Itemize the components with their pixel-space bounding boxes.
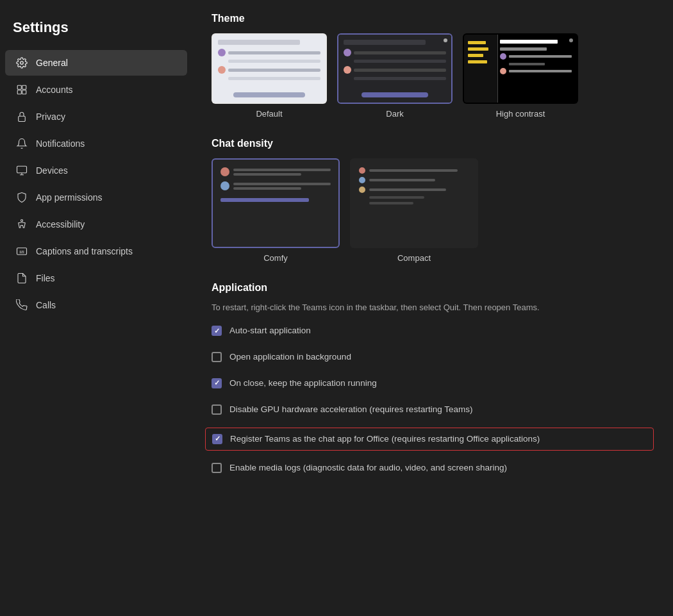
sidebar-label-app-permissions: App permissions [36, 192, 103, 203]
density-compact-preview [350, 158, 478, 248]
sidebar-label-calls: Calls [36, 300, 56, 310]
lock-icon [15, 110, 28, 123]
accessibility-icon [15, 218, 28, 231]
density-comfy-card[interactable]: Comfy [212, 158, 340, 263]
shield-icon [15, 191, 28, 204]
sidebar-item-devices[interactable]: Devices [5, 158, 187, 183]
theme-hc-preview [463, 33, 578, 104]
checkbox-keep-running[interactable] [212, 378, 222, 388]
theme-dark-preview [337, 33, 453, 104]
application-title: Application [212, 282, 654, 294]
checkbox-media-logs[interactable] [212, 463, 222, 473]
sidebar-item-accounts[interactable]: Accounts [5, 77, 187, 103]
sidebar-item-calls[interactable]: Calls [5, 292, 187, 318]
sidebar-item-accessibility[interactable]: Accessibility [5, 212, 187, 237]
svg-rect-2 [17, 90, 21, 94]
theme-dark-card[interactable]: Dark [337, 33, 453, 119]
density-compact-card[interactable]: Compact [350, 158, 478, 263]
theme-default-preview [212, 33, 327, 104]
accounts-icon [15, 83, 28, 96]
theme-dark-label: Dark [386, 109, 403, 119]
sidebar-item-app-permissions[interactable]: App permissions [5, 185, 187, 210]
theme-default-label: Default [256, 109, 282, 119]
sidebar-item-files[interactable]: Files [5, 265, 187, 291]
checkbox-label-keep-running: On close, keep the application running [229, 378, 377, 390]
sidebar-label-accessibility: Accessibility [36, 219, 85, 229]
devices-icon [15, 164, 28, 177]
checkbox-row-register-teams: Register Teams as the chat app for Offic… [205, 428, 654, 451]
application-section: Application To restart, right-click the … [212, 282, 654, 477]
checkbox-open-background[interactable] [212, 352, 222, 362]
svg-rect-5 [17, 166, 27, 173]
sidebar-label-general: General [36, 58, 68, 68]
chat-density-title: Chat density [212, 138, 654, 149]
phone-icon [15, 299, 28, 312]
theme-title: Theme [212, 13, 654, 24]
checkbox-row-media-logs: Enable media logs (diagnostic data for a… [212, 460, 654, 477]
sidebar-label-devices: Devices [36, 165, 68, 176]
main-content: Theme [192, 0, 673, 616]
sidebar-label-files: Files [36, 273, 55, 283]
sidebar-item-general[interactable]: General [5, 50, 187, 76]
checkbox-row-auto-start: Auto-start application [212, 322, 654, 340]
sidebar-label-accounts: Accounts [36, 85, 73, 95]
density-comfy-preview [212, 158, 340, 248]
sidebar-item-privacy[interactable]: Privacy [5, 104, 187, 129]
checkbox-auto-start[interactable] [212, 326, 222, 336]
chat-density-section: Chat density [212, 138, 654, 263]
checkbox-label-media-logs: Enable media logs (diagnostic data for a… [229, 462, 507, 474]
sidebar-item-notifications[interactable]: Notifications [5, 131, 187, 156]
cc-icon [15, 245, 28, 258]
svg-rect-1 [22, 85, 26, 89]
checkbox-row-keep-running: On close, keep the application running [212, 375, 654, 392]
sidebar: Settings General Accounts Privacy [0, 0, 192, 616]
density-comfy-label: Comfy [263, 253, 288, 263]
theme-grid: Default [212, 33, 654, 119]
checkbox-row-disable-gpu: Disable GPU hardware acceleration (requi… [212, 401, 654, 419]
svg-rect-3 [22, 90, 26, 94]
checkbox-label-auto-start: Auto-start application [229, 325, 311, 337]
svg-point-6 [21, 220, 23, 222]
settings-title: Settings [0, 13, 192, 49]
density-grid: Comfy [212, 158, 654, 263]
checkbox-disable-gpu[interactable] [212, 404, 222, 415]
file-icon [15, 272, 28, 285]
gear-icon [15, 56, 28, 69]
sidebar-label-privacy: Privacy [36, 112, 65, 122]
density-compact-label: Compact [397, 253, 431, 263]
svg-rect-4 [19, 116, 26, 121]
theme-hc-label: High contrast [496, 109, 545, 119]
sidebar-label-captions: Captions and transcripts [36, 246, 133, 256]
theme-default-card[interactable]: Default [212, 33, 327, 119]
checkbox-register-teams[interactable] [212, 434, 222, 444]
svg-rect-0 [17, 85, 21, 89]
checkbox-row-open-background: Open application in background [212, 349, 654, 366]
theme-section: Theme [212, 13, 654, 119]
bell-icon [15, 137, 28, 150]
checkbox-label-disable-gpu: Disable GPU hardware acceleration (requi… [229, 404, 472, 416]
checkbox-label-register-teams: Register Teams as the chat app for Offic… [230, 433, 540, 445]
sidebar-item-captions[interactable]: Captions and transcripts [5, 238, 187, 264]
checkbox-label-open-background: Open application in background [229, 351, 351, 363]
settings-container: Settings General Accounts Privacy [0, 0, 673, 616]
application-description: To restart, right-click the Teams icon i… [212, 303, 654, 312]
theme-hc-card[interactable]: High contrast [463, 33, 578, 119]
sidebar-label-notifications: Notifications [36, 138, 85, 149]
